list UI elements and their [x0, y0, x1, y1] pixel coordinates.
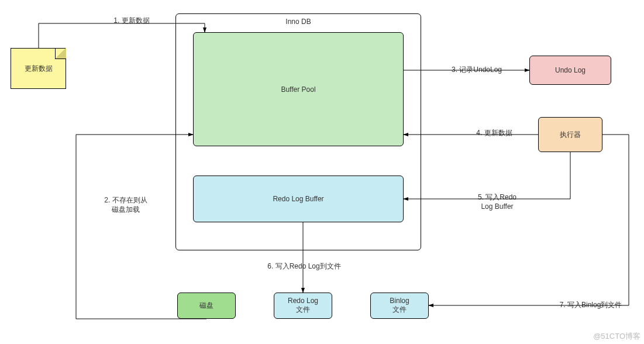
edge-5 — [404, 152, 570, 199]
edge-2 — [76, 135, 206, 319]
edge-7 — [429, 135, 629, 305]
watermark: @51CTO博客 — [593, 331, 640, 342]
edge-1 — [39, 23, 205, 48]
arrows-layer — [0, 0, 644, 344]
diagram-canvas: Inno DB 更新数据 Buffer Pool Redo Log Buffer… — [0, 0, 644, 344]
